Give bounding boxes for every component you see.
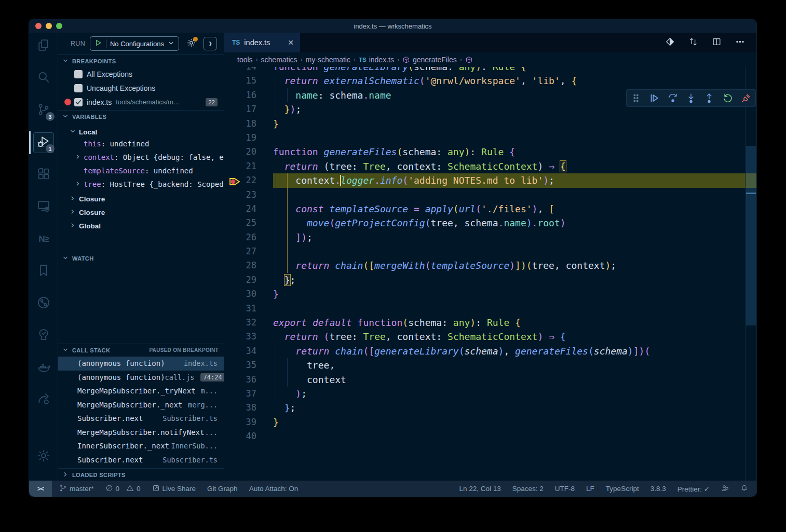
section-title: VARIABLES	[72, 114, 106, 120]
breadcrumb-item[interactable]	[465, 56, 476, 64]
activity-item-source-control[interactable]: 3	[29, 98, 58, 123]
breadcrumb-item[interactable]: my-schematic	[306, 56, 350, 64]
configure-launch-button[interactable]	[186, 38, 196, 50]
call-stack-frame[interactable]: (anonymous function)call.js74:24	[58, 371, 224, 385]
divider	[106, 39, 106, 48]
checkbox[interactable]	[74, 70, 83, 78]
breadcrumb-item[interactable]: TSindex.ts	[359, 56, 394, 64]
call-stack-frame[interactable]: Subscriber.nextSubscriber.ts	[58, 412, 224, 426]
status-item-ln-22-col-13[interactable]: Ln 22, Col 13	[459, 485, 500, 493]
line-number: 21	[224, 159, 273, 173]
call-stack-frame[interactable]: MergeMapSubscriber._nextmerg...	[58, 398, 224, 412]
code-text: tree,	[273, 358, 756, 372]
start-debugging-icon[interactable]	[94, 39, 102, 48]
activity-item-search[interactable]	[29, 66, 58, 91]
activity-item-docker[interactable]	[29, 356, 58, 380]
variable-row[interactable]: context: Object {debug: false, en…	[58, 151, 224, 164]
errors-count: 0	[116, 485, 120, 493]
more-actions-icon[interactable]	[735, 37, 745, 49]
section-header-call-stack[interactable]: CALL STACKPAUSED ON BREAKPOINT	[58, 344, 224, 356]
activity-item-settings[interactable]	[29, 444, 58, 469]
breadcrumb-label: my-schematic	[306, 56, 350, 64]
section-title: LOADED SCRIPTS	[72, 472, 126, 478]
step-into-button[interactable]	[684, 91, 698, 105]
status-item-0[interactable]: 00	[105, 484, 141, 494]
activity-item-bookmarks[interactable]	[29, 259, 58, 284]
variable-scope-global[interactable]: Global	[58, 219, 224, 233]
compare-changes-icon[interactable]	[688, 37, 698, 49]
frame-name: (anonymous function)	[77, 373, 165, 381]
status-item-master-[interactable]: master*	[59, 484, 94, 494]
breakpoint-row[interactable]: All Exceptions	[58, 67, 224, 81]
remote-indicator[interactable]: ><	[29, 481, 52, 497]
section-header-watch[interactable]: WATCH	[58, 252, 224, 264]
feedback-icon[interactable]	[721, 484, 729, 494]
editor-scrollbar[interactable]	[746, 146, 756, 325]
status-item-live-share[interactable]: Live Share	[152, 484, 196, 494]
breadcrumb-label: tools	[237, 56, 253, 64]
status-label: UTF-8	[555, 485, 575, 493]
indent-guide	[287, 188, 288, 202]
variable-scope-closure[interactable]: Closure	[58, 192, 224, 206]
activity-item-nx-console[interactable]: N≥	[29, 227, 58, 252]
code-line: 28 return chain([mergeWith(templateSourc…	[224, 258, 756, 272]
status-item-utf-8[interactable]: UTF-8	[555, 485, 575, 493]
tab-index-ts[interactable]: TS index.ts ✕	[224, 33, 300, 52]
variable-scope-closure[interactable]: Closure	[58, 206, 224, 219]
call-stack-frame[interactable]: InnerSubscriber._nextInnerSub...	[58, 439, 224, 453]
diamond-icon[interactable]	[665, 37, 675, 49]
status-item-auto-attach-on[interactable]: Auto Attach: On	[249, 485, 299, 493]
breadcrumb-item[interactable]: tools	[237, 56, 253, 64]
status-item-spaces-2[interactable]: Spaces: 2	[512, 485, 544, 493]
call-stack-frame[interactable]: MergeMapSubscriber.notifyNext...	[58, 426, 224, 440]
disconnect-button[interactable]	[739, 91, 753, 105]
variable-row[interactable]: this: undefined	[58, 137, 224, 151]
status-item-lf[interactable]: LF	[586, 485, 594, 493]
step-over-button[interactable]	[666, 91, 680, 105]
activity-item-git-lens[interactable]	[29, 291, 58, 316]
activity-item-run-and-debug[interactable]: 1	[29, 130, 58, 155]
status-label: Auto Attach: On	[249, 485, 299, 493]
activity-item-test-tree[interactable]	[29, 323, 58, 348]
launch-configuration-dropdown[interactable]: No Configurations	[90, 36, 179, 51]
status-item-typescript[interactable]: TypeScript	[606, 485, 639, 493]
frame-position-badge: 74:24	[200, 373, 224, 381]
breakpoint-row[interactable]: Uncaught Exceptions	[58, 81, 224, 95]
close-tab-icon[interactable]: ✕	[288, 38, 294, 47]
split-editor-icon[interactable]	[712, 37, 722, 49]
continue-button[interactable]	[647, 91, 661, 105]
variable-row[interactable]: tree: HostTree {_backend: ScopedH…	[58, 178, 224, 191]
section-header-loaded-scripts[interactable]: LOADED SCRIPTS	[58, 468, 224, 481]
checkbox[interactable]	[74, 84, 83, 92]
step-out-button[interactable]	[702, 91, 716, 105]
bell-icon[interactable]	[740, 484, 748, 494]
breadcrumb-item[interactable]: generateFiles	[402, 56, 457, 64]
status-item-git-graph[interactable]: Git Graph	[207, 485, 238, 493]
checkbox-checked[interactable]	[74, 98, 83, 106]
call-stack-frame[interactable]: Subscriber.nextSubscriber.ts	[58, 453, 224, 467]
activity-item-extensions[interactable]	[29, 162, 58, 187]
code-line: 29 };	[224, 273, 756, 287]
code-editor[interactable]: 14function generateLibrary(schema: any):…	[224, 67, 756, 481]
activity-item-explorer[interactable]	[29, 34, 58, 59]
scope-label: Closure	[79, 209, 105, 216]
call-stack-frame[interactable]: (anonymous function)index.ts	[58, 357, 224, 371]
status-item-3-8-3[interactable]: 3.8.3	[651, 485, 666, 493]
section-header-breakpoints[interactable]: BREAKPOINTS	[58, 54, 224, 67]
code-line: 33 return (tree: Tree, context: Schemati…	[224, 330, 756, 344]
breadcrumb: tools›schematics›my-schematic›TSindex.ts…	[224, 52, 756, 67]
section-header-variables[interactable]: VARIABLES	[58, 110, 224, 122]
code-line: 30}	[224, 287, 756, 301]
activity-item-remote-explorer[interactable]	[29, 195, 58, 220]
restart-button[interactable]	[721, 91, 735, 105]
debug-console-button[interactable]: ❯	[204, 37, 217, 50]
code-line: 23	[224, 188, 756, 202]
call-stack-frame[interactable]: MergeMapSubscriber._tryNextm...	[58, 384, 224, 398]
breadcrumb-item[interactable]: schematics	[261, 56, 297, 64]
typescript-file-icon: TS	[232, 39, 240, 46]
activity-item-live-share[interactable]	[29, 388, 58, 413]
status-item-prettier-[interactable]: Prettier: ✓	[677, 485, 710, 493]
line-number: 16	[224, 88, 273, 102]
variable-row[interactable]: templateSource: undefined	[58, 164, 224, 178]
breakpoint-row[interactable]: index.tstools/schematics/my-sch…22	[58, 95, 224, 109]
